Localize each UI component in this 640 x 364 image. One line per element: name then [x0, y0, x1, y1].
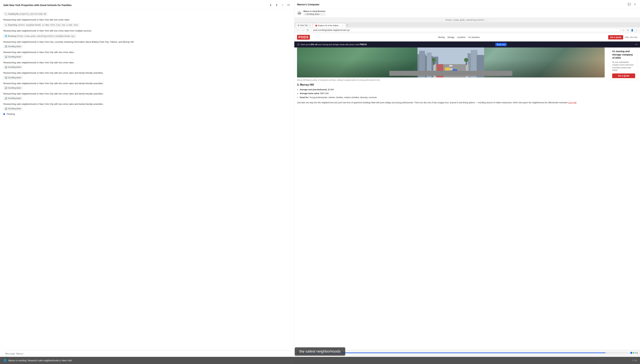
scroll-badge: 🔄 Scrolling down — [3, 45, 23, 48]
reload-button[interactable]: ↻ — [306, 28, 310, 32]
browser-tab-pods[interactable]: 🔴 Explore 10 of the Safest ... ✕ — [313, 24, 345, 27]
bullet-label: Great for: — [300, 96, 309, 98]
browser-tabs: ⊕ New Tab ✕ 🔴 Explore 10 of the Safest .… — [294, 22, 640, 27]
bullet-label: Average home value: — [300, 92, 320, 94]
back-button[interactable]: ← — [296, 28, 300, 32]
badge-code: safest neighborhoods in New York City lo… — [18, 24, 78, 26]
promo-text: % Save up to 20% off your moving and sto… — [297, 43, 367, 46]
activity-text: Researching safe neighborhoods in New Yo… — [3, 51, 291, 54]
activity-item: Researching safe neighborhoods in New Yo… — [3, 61, 291, 70]
promo-close-icon[interactable]: ✕ — [635, 43, 637, 46]
pods-phone: (855) 706-4758 — [625, 36, 637, 38]
star-icon[interactable]: ☆ — [280, 3, 285, 7]
image-caption: Murray Hill features plenty of restauran… — [297, 79, 605, 81]
pods-cta: Get a quote (855) 706-4758 — [608, 35, 637, 40]
sidebar-ad-text: No one understands complex moves and hom… — [612, 61, 635, 72]
browser-toolbar: ← → ↻ pods.com/blog/safest-neighborhoods… — [294, 27, 640, 33]
scroll-badge: 🔄 Scrolling down — [3, 86, 23, 90]
activity-text: Researching safe neighborhoods in New Yo… — [3, 71, 291, 75]
reload-tab-icon[interactable]: ↺ — [626, 28, 630, 32]
thinking-row: Thinking — [3, 113, 291, 115]
svg-rect-2 — [419, 51, 425, 78]
header-icons: ⬇ ⬆ ☆ ••• — [268, 3, 291, 7]
get-quote-button[interactable]: Get a quote — [608, 35, 623, 40]
activity-item: 🔧 Creating file property_search/todo.md — [3, 12, 291, 16]
bullet-value: $4,900 — [328, 88, 334, 91]
forward-button[interactable]: → — [301, 28, 305, 32]
tab-label: New Tab — [300, 24, 308, 26]
live-badge: live — [633, 352, 638, 354]
badge-label: Scrolling down — [8, 45, 21, 48]
activity-text: Researching safe neighborhoods in New Yo… — [3, 40, 291, 44]
badge-label: Scrolling down — [8, 56, 21, 58]
profile-icon[interactable]: 👤 — [630, 28, 634, 32]
nav-locations[interactable]: Locations — [457, 36, 465, 38]
search-icon: 🔍 — [5, 24, 7, 26]
svg-rect-21 — [452, 69, 457, 72]
svg-rect-7 — [471, 50, 477, 78]
promo-code: PODS20 — [360, 43, 367, 46]
svg-rect-14 — [466, 64, 468, 78]
address-bar[interactable]: pods.com/blog/safest-neighborhoods-nyc — [311, 28, 620, 32]
scroll-badge: 🔄 Scrolling down — [3, 76, 23, 80]
scroll-badge: 🔄 Scrolling down — [3, 96, 23, 100]
list-item: Average home value: $697,600 — [300, 92, 605, 96]
list-item: Great for: Young professionals, retirees… — [300, 96, 605, 100]
scroll-down-icon: ↓ — [305, 13, 306, 15]
nav-moving[interactable]: Moving — [438, 36, 445, 38]
svg-rect-8 — [477, 55, 484, 78]
article-section: Murray Hill features plenty of restauran… — [294, 48, 640, 107]
nav-storage[interactable]: Storage — [447, 36, 454, 38]
activity-item: 🔍 Searching safest neighborhoods in New … — [3, 23, 291, 28]
globe-icon: 🌐 — [5, 35, 7, 37]
tab-close-icon[interactable]: ✕ — [342, 25, 343, 26]
nav-business[interactable]: For business — [468, 36, 480, 38]
tool-icon: 🔧 — [5, 13, 7, 15]
live-label: live — [635, 352, 638, 354]
more-icon[interactable]: ••• — [286, 3, 291, 7]
left-panel: Safe New York Properties with Good Schoo… — [0, 0, 294, 364]
sidebar-ad: #1 moving and storage company of 2024 No… — [610, 48, 637, 80]
section-title: 3. Murray Hill — [297, 83, 605, 86]
activity-item: Researching safe neighborhoods in New Yo… — [3, 102, 291, 111]
activity-text: Researching safe neighborhoods in New Yo… — [3, 102, 291, 106]
scroll-icon: 🔄 — [5, 108, 7, 110]
bookmark-icon[interactable]: ☆ — [622, 28, 625, 32]
bottom-status-bar: 🌐 Manus is working: Research safe neighb… — [0, 357, 640, 364]
tab-add-button[interactable]: + — [346, 24, 349, 27]
bullet-label: Average rent (one-bedroom): — [300, 88, 327, 91]
book-now-button[interactable]: Book now — [495, 43, 507, 46]
promo-label: Save up to 20% off your moving and stora… — [301, 43, 367, 46]
share-icon[interactable]: ⬆ — [274, 3, 279, 7]
manus-info: Manus is using Browser ↓ Scrolling down — [303, 10, 325, 16]
scroll-badge: 🔄 Scrolling down — [3, 107, 23, 110]
activity-text: Researching safe neighborhoods in New Yo… — [3, 92, 291, 96]
message-input[interactable] — [5, 352, 289, 355]
comment-icon[interactable]: 💬 — [627, 2, 632, 7]
status-counter: 1 / 8 — [632, 359, 637, 362]
activity-item: Researching safe neighborhoods in New Yo… — [3, 92, 291, 101]
activity-item: Researching safe neighborhoods in New Yo… — [3, 18, 291, 22]
list-item: Average rent (one-bedroom): $4,900 — [300, 88, 605, 92]
svg-point-18 — [464, 58, 468, 62]
bullet-value: Young professionals, retirees, families,… — [309, 96, 377, 98]
activity-text: Researching safe neighborhoods in New Yo… — [3, 29, 291, 32]
badge-label: Browsing — [8, 35, 16, 37]
activity-item: Researching safe neighborhoods in New Yo… — [3, 40, 291, 49]
import-icon[interactable]: ⬇ — [268, 3, 273, 7]
manus-avatar: 🤖 — [297, 11, 302, 15]
browser-tab-newtab[interactable]: ⊕ New Tab ✕ — [296, 23, 313, 27]
right-panel: Manus's Computer 💬 ✕ 🤖 Manus is using Br… — [294, 0, 640, 364]
sidebar-ad-button[interactable]: Get a Quote — [612, 74, 635, 78]
scroll-icon: 🔄 — [5, 76, 7, 79]
browser-wrapper: ⊕ New Tab ✕ 🔴 Explore 10 of the Safest .… — [294, 22, 640, 364]
badge-code: https://www.pods.com/blog/safest-neighbo… — [17, 35, 75, 37]
badge-label: Scrolling down — [8, 97, 21, 100]
curry-hill-link[interactable]: Curry Hill — [568, 102, 576, 104]
tab-close-icon[interactable]: ✕ — [309, 24, 311, 26]
menu-icon[interactable]: ⋮ — [635, 28, 638, 32]
scroll-icon: 🔄 — [5, 66, 7, 68]
progress-bar[interactable] — [304, 352, 632, 353]
close-icon[interactable]: ✕ — [633, 2, 637, 7]
toolbar-actions: ☆ ↺ 👤 ⋮ — [622, 28, 638, 32]
